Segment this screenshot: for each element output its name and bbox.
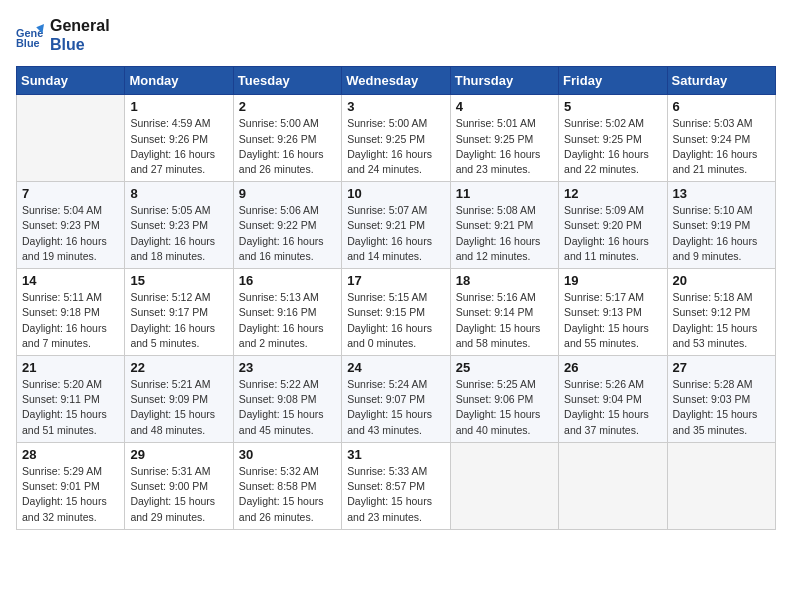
day-number: 6: [673, 99, 770, 114]
day-number: 18: [456, 273, 553, 288]
day-number: 13: [673, 186, 770, 201]
calendar-cell: 1Sunrise: 4:59 AM Sunset: 9:26 PM Daylig…: [125, 95, 233, 182]
day-number: 24: [347, 360, 444, 375]
calendar-cell: 10Sunrise: 5:07 AM Sunset: 9:21 PM Dayli…: [342, 182, 450, 269]
day-info: Sunrise: 5:13 AM Sunset: 9:16 PM Dayligh…: [239, 290, 336, 351]
day-info: Sunrise: 5:10 AM Sunset: 9:19 PM Dayligh…: [673, 203, 770, 264]
day-info: Sunrise: 5:09 AM Sunset: 9:20 PM Dayligh…: [564, 203, 661, 264]
calendar-cell: 5Sunrise: 5:02 AM Sunset: 9:25 PM Daylig…: [559, 95, 667, 182]
calendar-cell: [667, 442, 775, 529]
day-number: 28: [22, 447, 119, 462]
day-info: Sunrise: 4:59 AM Sunset: 9:26 PM Dayligh…: [130, 116, 227, 177]
day-info: Sunrise: 5:04 AM Sunset: 9:23 PM Dayligh…: [22, 203, 119, 264]
weekday-friday: Friday: [559, 67, 667, 95]
day-info: Sunrise: 5:15 AM Sunset: 9:15 PM Dayligh…: [347, 290, 444, 351]
day-number: 14: [22, 273, 119, 288]
day-number: 25: [456, 360, 553, 375]
day-number: 17: [347, 273, 444, 288]
calendar-cell: 30Sunrise: 5:32 AM Sunset: 8:58 PM Dayli…: [233, 442, 341, 529]
weekday-wednesday: Wednesday: [342, 67, 450, 95]
weekday-tuesday: Tuesday: [233, 67, 341, 95]
day-number: 8: [130, 186, 227, 201]
week-row-2: 7Sunrise: 5:04 AM Sunset: 9:23 PM Daylig…: [17, 182, 776, 269]
calendar-cell: 11Sunrise: 5:08 AM Sunset: 9:21 PM Dayli…: [450, 182, 558, 269]
day-number: 19: [564, 273, 661, 288]
day-info: Sunrise: 5:21 AM Sunset: 9:09 PM Dayligh…: [130, 377, 227, 438]
calendar-cell: 31Sunrise: 5:33 AM Sunset: 8:57 PM Dayli…: [342, 442, 450, 529]
calendar-cell: 20Sunrise: 5:18 AM Sunset: 9:12 PM Dayli…: [667, 269, 775, 356]
calendar-cell: [17, 95, 125, 182]
logo-general: General: [50, 16, 110, 35]
calendar-cell: 14Sunrise: 5:11 AM Sunset: 9:18 PM Dayli…: [17, 269, 125, 356]
day-info: Sunrise: 5:32 AM Sunset: 8:58 PM Dayligh…: [239, 464, 336, 525]
calendar-cell: 29Sunrise: 5:31 AM Sunset: 9:00 PM Dayli…: [125, 442, 233, 529]
calendar-cell: 2Sunrise: 5:00 AM Sunset: 9:26 PM Daylig…: [233, 95, 341, 182]
calendar-cell: 24Sunrise: 5:24 AM Sunset: 9:07 PM Dayli…: [342, 356, 450, 443]
day-number: 3: [347, 99, 444, 114]
day-info: Sunrise: 5:02 AM Sunset: 9:25 PM Dayligh…: [564, 116, 661, 177]
weekday-monday: Monday: [125, 67, 233, 95]
day-info: Sunrise: 5:17 AM Sunset: 9:13 PM Dayligh…: [564, 290, 661, 351]
page-header: General Blue General Blue: [16, 16, 776, 54]
calendar-cell: [559, 442, 667, 529]
calendar-cell: 19Sunrise: 5:17 AM Sunset: 9:13 PM Dayli…: [559, 269, 667, 356]
day-number: 27: [673, 360, 770, 375]
calendar-cell: 4Sunrise: 5:01 AM Sunset: 9:25 PM Daylig…: [450, 95, 558, 182]
calendar-cell: 15Sunrise: 5:12 AM Sunset: 9:17 PM Dayli…: [125, 269, 233, 356]
day-number: 15: [130, 273, 227, 288]
calendar-cell: 7Sunrise: 5:04 AM Sunset: 9:23 PM Daylig…: [17, 182, 125, 269]
day-number: 9: [239, 186, 336, 201]
weekday-sunday: Sunday: [17, 67, 125, 95]
day-info: Sunrise: 5:28 AM Sunset: 9:03 PM Dayligh…: [673, 377, 770, 438]
calendar-cell: 12Sunrise: 5:09 AM Sunset: 9:20 PM Dayli…: [559, 182, 667, 269]
day-info: Sunrise: 5:18 AM Sunset: 9:12 PM Dayligh…: [673, 290, 770, 351]
day-number: 30: [239, 447, 336, 462]
day-number: 22: [130, 360, 227, 375]
day-info: Sunrise: 5:12 AM Sunset: 9:17 PM Dayligh…: [130, 290, 227, 351]
day-info: Sunrise: 5:24 AM Sunset: 9:07 PM Dayligh…: [347, 377, 444, 438]
day-info: Sunrise: 5:05 AM Sunset: 9:23 PM Dayligh…: [130, 203, 227, 264]
calendar-cell: 28Sunrise: 5:29 AM Sunset: 9:01 PM Dayli…: [17, 442, 125, 529]
weekday-saturday: Saturday: [667, 67, 775, 95]
day-info: Sunrise: 5:16 AM Sunset: 9:14 PM Dayligh…: [456, 290, 553, 351]
day-number: 12: [564, 186, 661, 201]
day-number: 5: [564, 99, 661, 114]
day-number: 23: [239, 360, 336, 375]
calendar-cell: 27Sunrise: 5:28 AM Sunset: 9:03 PM Dayli…: [667, 356, 775, 443]
day-info: Sunrise: 5:31 AM Sunset: 9:00 PM Dayligh…: [130, 464, 227, 525]
calendar-body: 1Sunrise: 4:59 AM Sunset: 9:26 PM Daylig…: [17, 95, 776, 529]
calendar-cell: 6Sunrise: 5:03 AM Sunset: 9:24 PM Daylig…: [667, 95, 775, 182]
calendar-cell: 13Sunrise: 5:10 AM Sunset: 9:19 PM Dayli…: [667, 182, 775, 269]
day-number: 4: [456, 99, 553, 114]
calendar-header: SundayMondayTuesdayWednesdayThursdayFrid…: [17, 67, 776, 95]
logo-blue: Blue: [50, 35, 110, 54]
calendar-cell: 23Sunrise: 5:22 AM Sunset: 9:08 PM Dayli…: [233, 356, 341, 443]
day-info: Sunrise: 5:00 AM Sunset: 9:26 PM Dayligh…: [239, 116, 336, 177]
calendar-cell: [450, 442, 558, 529]
day-info: Sunrise: 5:08 AM Sunset: 9:21 PM Dayligh…: [456, 203, 553, 264]
calendar-cell: 8Sunrise: 5:05 AM Sunset: 9:23 PM Daylig…: [125, 182, 233, 269]
logo-icon: General Blue: [16, 21, 44, 49]
calendar-cell: 9Sunrise: 5:06 AM Sunset: 9:22 PM Daylig…: [233, 182, 341, 269]
day-info: Sunrise: 5:20 AM Sunset: 9:11 PM Dayligh…: [22, 377, 119, 438]
day-number: 11: [456, 186, 553, 201]
day-info: Sunrise: 5:29 AM Sunset: 9:01 PM Dayligh…: [22, 464, 119, 525]
day-number: 20: [673, 273, 770, 288]
logo: General Blue General Blue: [16, 16, 110, 54]
calendar-cell: 25Sunrise: 5:25 AM Sunset: 9:06 PM Dayli…: [450, 356, 558, 443]
day-number: 21: [22, 360, 119, 375]
day-info: Sunrise: 5:06 AM Sunset: 9:22 PM Dayligh…: [239, 203, 336, 264]
day-number: 2: [239, 99, 336, 114]
weekday-header-row: SundayMondayTuesdayWednesdayThursdayFrid…: [17, 67, 776, 95]
day-info: Sunrise: 5:00 AM Sunset: 9:25 PM Dayligh…: [347, 116, 444, 177]
calendar-cell: 16Sunrise: 5:13 AM Sunset: 9:16 PM Dayli…: [233, 269, 341, 356]
weekday-thursday: Thursday: [450, 67, 558, 95]
day-number: 29: [130, 447, 227, 462]
week-row-1: 1Sunrise: 4:59 AM Sunset: 9:26 PM Daylig…: [17, 95, 776, 182]
calendar-cell: 26Sunrise: 5:26 AM Sunset: 9:04 PM Dayli…: [559, 356, 667, 443]
week-row-3: 14Sunrise: 5:11 AM Sunset: 9:18 PM Dayli…: [17, 269, 776, 356]
day-number: 26: [564, 360, 661, 375]
day-info: Sunrise: 5:26 AM Sunset: 9:04 PM Dayligh…: [564, 377, 661, 438]
day-number: 7: [22, 186, 119, 201]
day-number: 10: [347, 186, 444, 201]
